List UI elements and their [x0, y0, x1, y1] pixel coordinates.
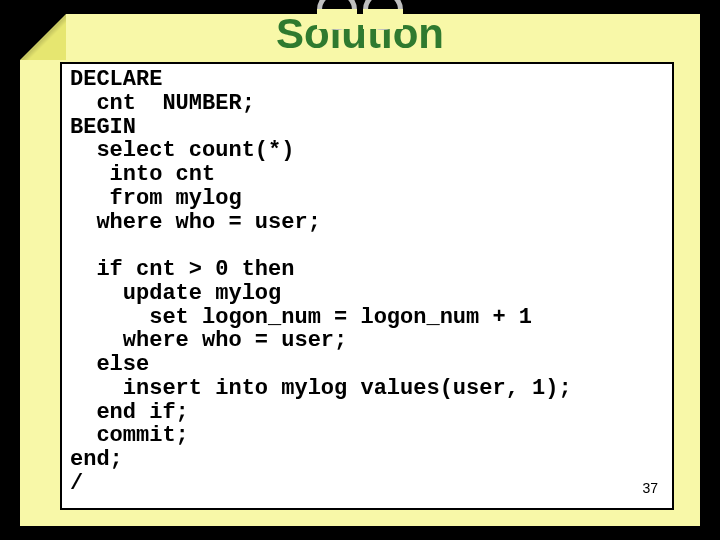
slide-number: 37 [642, 480, 658, 496]
code-container: DECLARE cnt NUMBER; BEGIN select count(*… [60, 62, 674, 510]
page-fold-corner [20, 14, 66, 60]
ring-icon [363, 0, 403, 30]
binder-rings [310, 0, 410, 20]
ring-icon [317, 0, 357, 30]
code-block: DECLARE cnt NUMBER; BEGIN select count(*… [70, 68, 664, 496]
